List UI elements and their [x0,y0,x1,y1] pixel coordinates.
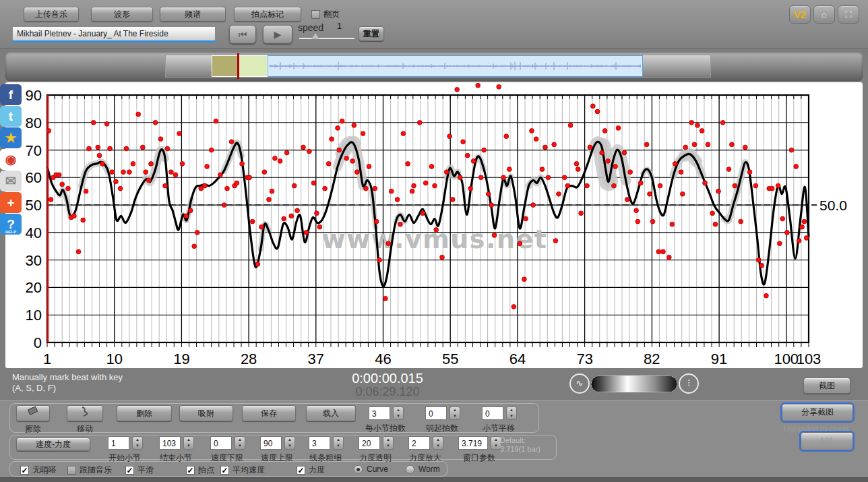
beat-tempo-dot[interactable] [562,175,567,180]
beat-tempo-dot[interactable] [344,156,349,160]
dynamics-checkbox[interactable]: ✓力度 [297,464,325,476]
beat-tempo-dot[interactable] [585,183,590,188]
beat-tempo-dot[interactable] [304,231,309,235]
help-icon[interactable]: ?HELP [0,214,22,235]
snap-button[interactable]: 吸附 [179,405,233,421]
line-width-value[interactable]: 3 [309,436,330,450]
beat-tempo-dot[interactable] [468,186,473,191]
beat-tempo-dot[interactable] [450,198,455,202]
beat-tempo-dot[interactable] [188,208,193,213]
beat-tempo-dot[interactable] [225,186,230,191]
beat-tempo-dot[interactable] [146,178,151,183]
speed-max-value[interactable]: 90 [260,436,282,450]
beat-tempo-dot[interactable] [644,142,649,147]
beat-tempo-dot[interactable] [595,109,600,114]
v2-badge-button[interactable]: V2 [789,5,811,24]
beat-tempo-dot[interactable] [625,198,629,202]
speed-slider-thumb[interactable] [311,33,319,39]
beat-tempo-dot[interactable] [340,119,344,123]
beat-tempo-dot[interactable] [534,137,538,142]
beat-tempo-dot[interactable] [789,148,794,152]
beat-tempo-dot[interactable] [410,189,414,193]
beat-tempo-dot[interactable] [600,150,604,155]
beat-tempo-dot[interactable] [713,222,718,227]
beat-tempo-dot[interactable] [209,148,214,152]
beat-tempo-dot[interactable] [247,175,252,180]
beat-tempo-dot[interactable] [776,183,780,188]
beat-tempo-dot[interactable] [512,305,516,309]
beat-tempo-dot[interactable] [546,175,551,180]
beat-tempo-dot[interactable] [730,142,735,147]
beat-tempo-dot[interactable] [350,159,355,164]
beat-tempo-dot[interactable] [489,203,494,208]
beat-tempo-dot[interactable] [165,146,170,151]
window-param-value[interactable]: 3.719 [458,436,488,450]
beat-tempo-dot[interactable] [673,162,677,167]
beat-tempo-dot[interactable] [323,186,328,191]
beat-points-checkbox-box[interactable]: ✓ [186,466,195,475]
beat-tempo-dot[interactable] [131,162,135,167]
beat-tempo-dot[interactable] [455,87,460,92]
beat-tempo-dot[interactable] [389,189,394,193]
beat-tempo-dot[interactable] [367,164,371,169]
dyn-zoom-stepper[interactable]: ▲▼ [433,436,443,450]
beat-tempo-dot[interactable] [710,211,715,216]
beat-tempo-dot[interactable] [650,219,655,224]
pickup-beats-stepper[interactable]: ▲▼ [450,406,460,420]
worm-radio[interactable]: Worm [406,464,440,474]
home-icon[interactable]: ⌂ [813,5,835,24]
beat-tempo-dot[interactable] [797,239,801,243]
beat-tempo-dot[interactable] [144,170,148,175]
beat-tempo-dot[interactable] [568,123,573,128]
bar-shift-value[interactable]: 0 [482,406,503,420]
beat-tempo-dot[interactable] [173,173,178,177]
qzone-icon[interactable]: ★ [0,127,22,148]
start-bar-value[interactable]: 1 [108,436,129,450]
beat-tempo-dot[interactable] [295,208,300,213]
beat-tempo-dot[interactable] [692,142,697,147]
beat-tempo-dot[interactable] [458,175,462,180]
beat-tempo-dot[interactable] [184,214,189,218]
beat-tempo-dot[interactable] [273,156,278,160]
beat-tempo-dot[interactable] [373,186,377,191]
beat-tempo-dot[interactable] [565,183,570,188]
beat-tempo-dot[interactable] [616,126,621,131]
beat-tempo-dot[interactable] [229,140,234,144]
beat-tempo-dot[interactable] [553,239,558,243]
beat-tempo-dot[interactable] [574,162,579,167]
beat-tempo-dot[interactable] [136,112,141,117]
tempo-chart[interactable]: www.vmus.net50.0010203040506070809011019… [5,82,863,368]
beat-tempo-dot[interactable] [524,216,528,221]
beat-tempo-dot[interactable] [540,167,545,172]
beat-tempo-dot[interactable] [158,137,163,142]
beat-tempo-dot[interactable] [764,293,769,298]
beat-tempo-dot[interactable] [622,150,627,155]
line-width-stepper[interactable]: ▲▼ [333,436,344,450]
beat-tempo-dot[interactable] [352,123,356,128]
dyn-zoom-value[interactable]: 2 [408,436,430,450]
beat-tempo-dot[interactable] [149,162,154,167]
follow-music-checkbox[interactable]: 跟随音乐 [67,464,112,476]
cloud-link-button[interactable]: 101 [801,432,853,450]
end-bar-value[interactable]: 103 [159,436,181,450]
beat-tempo-dot[interactable] [658,183,662,188]
beat-tempo-dot[interactable] [440,255,445,260]
end-bar-stepper[interactable]: ▲▼ [183,436,194,450]
beat-tempo-dot[interactable] [666,255,671,260]
beat-tempo-dot[interactable] [680,191,685,196]
beat-tempo-dot[interactable] [518,241,522,246]
beat-tempo-dot[interactable] [770,186,774,191]
weibo-icon[interactable]: ◉ [0,149,22,170]
beat-tempo-dot[interactable] [97,153,102,158]
beat-tempo-dot[interactable] [606,159,611,164]
beat-tempo-dot[interactable] [127,170,132,175]
dynamics-checkbox-box[interactable]: ✓ [297,466,305,475]
beat-tempo-dot[interactable] [76,249,81,254]
beat-tempo-dot[interactable] [695,123,700,128]
beat-tempo-dot[interactable] [706,142,710,147]
screenshot-button[interactable]: 截图 [803,378,850,394]
facebook-icon[interactable]: f [0,84,22,105]
beat-tempo-dot[interactable] [108,146,113,151]
bar-shift-stepper[interactable]: ▲▼ [506,406,517,420]
email-icon[interactable]: ✉ [0,171,22,191]
